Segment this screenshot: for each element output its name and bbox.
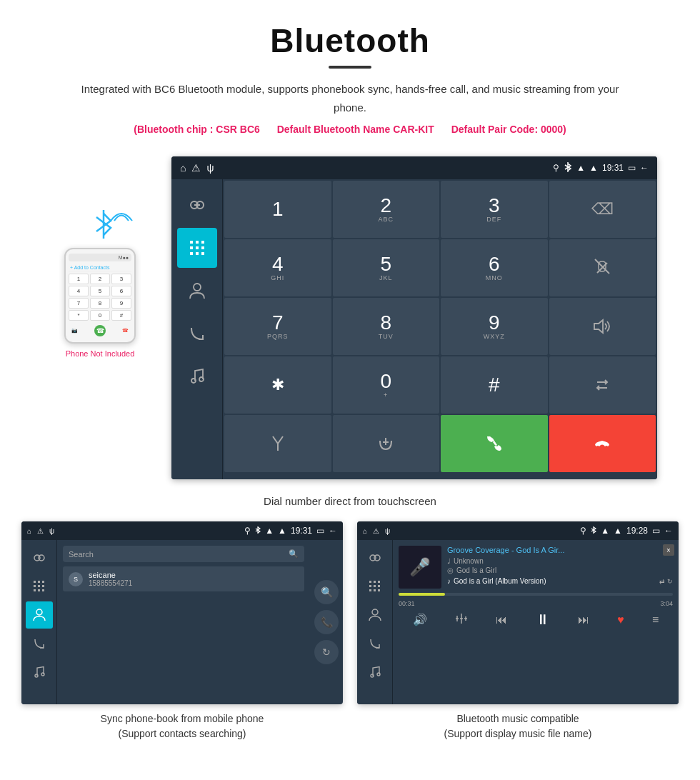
bottom-right-item: ⌂ ⚠ ψ ⚲ ▲ ▲ 19:28 ▭ ← [357, 521, 679, 741]
music-close-btn[interactable]: × [663, 544, 674, 556]
phone-video-btn[interactable]: 📷 [71, 328, 78, 334]
status-right: ⚲ ▲ ▲ 19:31 ▭ ← [553, 161, 649, 175]
svg-point-35 [41, 673, 44, 676]
home-icon[interactable]: ⌂ [180, 162, 186, 174]
dial-key-2[interactable]: 2ABC [333, 181, 440, 238]
phone-call-btn[interactable]: ☎ [94, 325, 106, 336]
music-current-time: 00:31 [399, 600, 415, 607]
dial-key-call-red[interactable] [549, 415, 656, 472]
pb-contacts-icon[interactable] [26, 601, 53, 629]
music-artist: ♩ Unknown [447, 557, 673, 565]
contact-row[interactable]: S seicane 15885554271 [63, 566, 304, 591]
page-header: Bluetooth Integrated with BC6 Bluetooth … [0, 0, 700, 156]
dial-key-swap[interactable] [549, 356, 656, 414]
music-progress-bar[interactable] [399, 593, 673, 596]
phone-key-2[interactable]: 2 [90, 274, 110, 284]
svg-rect-7 [201, 241, 204, 244]
music-prev-btn[interactable]: ⏮ [496, 614, 507, 626]
sidebar-dialpad-icon[interactable] [177, 228, 217, 268]
music-contacts-icon[interactable] [361, 601, 389, 629]
phone-key-star[interactable]: * [69, 310, 89, 321]
phone-key-9[interactable]: 9 [111, 298, 131, 309]
sidebar-contacts-icon[interactable] [177, 271, 217, 311]
pb-music-icon[interactable] [26, 659, 53, 686]
contact-number: 15885554271 [89, 579, 299, 587]
dial-key-backspace[interactable]: ⌫ [549, 181, 656, 238]
main-screenshot-container: M●● + Add to Contacts 1 2 3 4 5 6 7 8 9 … [0, 156, 700, 479]
pb-link-icon[interactable] [26, 544, 53, 571]
dial-key-hold[interactable] [333, 415, 440, 472]
phone-key-4[interactable]: 4 [69, 286, 89, 296]
phone-key-6[interactable]: 6 [111, 286, 131, 296]
music-progress-times: 00:31 3:04 [399, 600, 673, 607]
music-volume-btn[interactable]: 🔊 [413, 613, 427, 626]
music-note-icon[interactable] [361, 659, 389, 686]
dial-key-5[interactable]: 5JKL [333, 239, 440, 296]
svg-rect-12 [196, 252, 199, 255]
phone-key-7[interactable]: 7 [69, 298, 89, 309]
dial-key-star[interactable]: ✱ [224, 356, 331, 414]
dial-key-4[interactable]: 4GHI [224, 239, 331, 296]
svg-rect-40 [374, 581, 376, 583]
svg-rect-26 [42, 581, 44, 583]
pb-call-fwd-icon[interactable] [26, 630, 53, 657]
spec-chip: (Bluetooth chip : CSR BC6 [134, 124, 260, 135]
svg-rect-32 [42, 589, 44, 591]
sidebar-link-icon[interactable] [177, 185, 217, 225]
sidebar-call-forward-icon[interactable] [177, 314, 217, 354]
dial-key-volume[interactable] [549, 298, 656, 355]
pb-refresh-action[interactable]: ↻ [314, 640, 339, 664]
phone-key-8[interactable]: 8 [90, 298, 110, 309]
phone-key-5[interactable]: 5 [90, 286, 110, 296]
music-back-icon[interactable]: ← [664, 526, 673, 536]
wifi-icon: ▲ [576, 163, 585, 173]
pb-usb-icon: ψ [49, 527, 54, 535]
dial-key-merge[interactable] [224, 415, 331, 472]
music-caption-line1: Bluetooth music compatible [357, 711, 679, 726]
svg-point-15 [191, 379, 196, 383]
dial-key-7[interactable]: 7PQRS [224, 298, 331, 355]
pb-dialpad-icon[interactable] [26, 573, 53, 600]
svg-rect-28 [38, 585, 40, 587]
location-icon: ⚲ [553, 163, 559, 173]
phone-key-1[interactable]: 1 [69, 274, 89, 284]
spec-name: Default Bluetooth Name CAR-KIT [277, 124, 434, 135]
pb-wifi-icon: ▲ [265, 526, 274, 536]
music-title: Groove Coverage - God Is A Gir... [447, 546, 673, 554]
car-status-bar: ⌂ ⚠ ψ ⚲ ▲ ▲ 19:31 ▭ ← [171, 156, 657, 179]
dial-key-0[interactable]: 0+ [333, 356, 440, 414]
music-dialpad-icon[interactable] [361, 573, 389, 600]
music-link-icon[interactable] [361, 544, 389, 571]
dial-key-3[interactable]: 3DEF [441, 181, 548, 238]
phonebook-sidebar [21, 540, 57, 704]
pb-call-action[interactable]: 📞 [314, 610, 339, 634]
music-heart-btn[interactable]: ♥ [617, 614, 624, 626]
sidebar-music-icon[interactable] [177, 356, 217, 396]
back-icon[interactable]: ← [640, 163, 649, 173]
phone-key-0[interactable]: 0 [90, 310, 110, 321]
dial-key-9[interactable]: 9WXYZ [441, 298, 548, 355]
phone-end-btn[interactable]: ☎ [122, 328, 129, 334]
phone-key-3[interactable]: 3 [111, 274, 131, 284]
phonebook-search[interactable]: Search 🔍 [63, 546, 304, 562]
pb-search-action[interactable]: 🔍 [314, 580, 339, 604]
music-next-btn[interactable]: ⏭ [578, 614, 589, 626]
dial-key-8[interactable]: 8TUV [333, 298, 440, 355]
pb-back-icon[interactable]: ← [329, 526, 337, 536]
pb-battery-icon: ▭ [316, 526, 324, 536]
dial-key-6[interactable]: 6MNO [441, 239, 548, 296]
usb-icon: ψ [206, 162, 214, 174]
music-play-pause-btn[interactable]: ⏸ [536, 611, 550, 628]
dial-key-hash[interactable]: # [441, 356, 548, 414]
dial-key-call-green[interactable] [441, 415, 548, 472]
phone-key-hash[interactable]: # [111, 310, 131, 321]
bottom-left-item: ⌂ ⚠ ψ ⚲ ▲ ▲ 19:31 ▭ ← [21, 521, 343, 741]
music-call-fwd-icon[interactable] [361, 630, 389, 657]
dial-key-1[interactable]: 1 [224, 181, 331, 238]
music-eq-btn[interactable] [455, 612, 468, 628]
svg-rect-46 [374, 589, 376, 591]
svg-rect-10 [201, 246, 204, 249]
music-playlist-btn[interactable]: ≡ [652, 614, 659, 626]
dial-key-mute[interactable] [549, 239, 656, 296]
phonebook-caption-line1: Sync phone-book from mobile phone [21, 711, 343, 726]
